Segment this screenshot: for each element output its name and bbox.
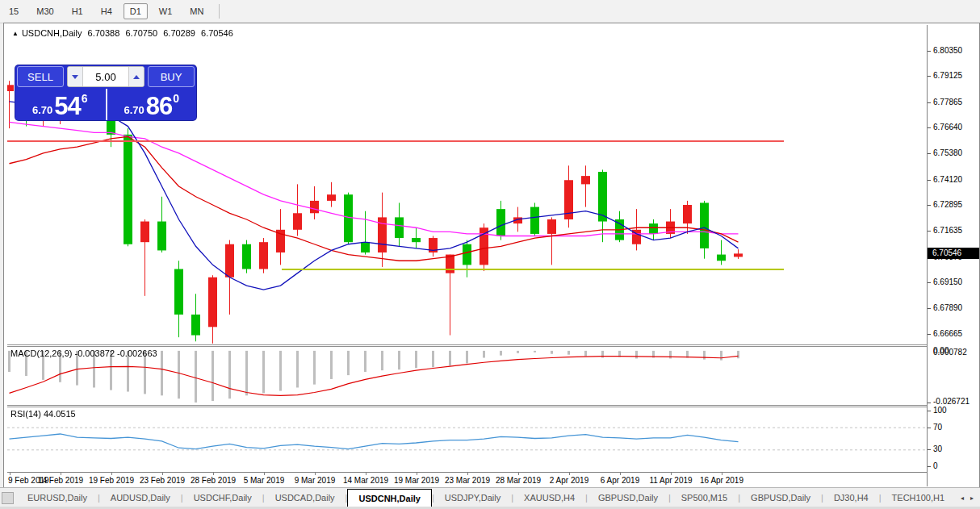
date-tick-mark (111, 473, 112, 475)
date-tick-label: 16 Apr 2019 (700, 476, 743, 486)
date-tick-label: 2 Apr 2019 (550, 476, 588, 486)
date-tick-mark (366, 473, 366, 475)
bid-price-big: 54 (54, 94, 80, 118)
chart-symbol-label: USDCNH,Daily (22, 28, 82, 38)
tab-scroll-arrows: ◂ ▸ (961, 488, 980, 507)
ohlc-open: 6.70388 (88, 28, 120, 38)
price-tick-label: 6.67890 (933, 303, 962, 313)
date-axis: 9 Feb 201914 Feb 201919 Feb 201923 Feb 2… (7, 472, 927, 487)
collapse-triangle-icon[interactable]: ▲ (12, 30, 19, 37)
tab-EURUSD-Daily[interactable]: EURUSD,Daily (17, 488, 98, 507)
timeframe-button-MN[interactable]: MN (183, 3, 210, 19)
price-tick-label: 6.77865 (933, 98, 962, 107)
axis-tick-mark (928, 411, 931, 411)
tab-AUDUSD-Daily[interactable]: AUDUSD,Daily (100, 488, 181, 507)
volume-increase-button[interactable] (128, 67, 144, 86)
date-tick-mark (61, 473, 61, 475)
date-tick-label: 19 Feb 2019 (89, 476, 134, 486)
tab-GBPUSD-Daily[interactable]: GBPUSD,Daily (740, 488, 821, 507)
tab-TECH100-H1[interactable]: TECH100,H1 (882, 488, 955, 507)
tabbar-corner-button[interactable] (2, 492, 14, 504)
date-tick-mark (569, 473, 570, 475)
axis-tick-mark (928, 282, 931, 283)
price-tick-label: 6.76640 (933, 123, 962, 132)
tab-scroll-right-icon[interactable]: ▸ (970, 494, 974, 502)
ask-price-big: 86 (146, 94, 172, 118)
axis-tick-mark (928, 76, 931, 77)
axis-tick-mark (928, 51, 931, 52)
ask-price-sup: 0 (173, 92, 179, 105)
tab-scroll-left-icon[interactable]: ◂ (961, 494, 964, 502)
date-tick-label: 14 Mar 2019 (343, 476, 388, 486)
axis-tick-mark (928, 127, 931, 128)
chart-title: ▲USDCNH,Daily 6.70388 6.70750 6.70289 6.… (12, 28, 237, 38)
buy-button[interactable]: BUY (148, 66, 195, 87)
rsi-tick-label: 100 (933, 406, 947, 415)
macd-max-label: 0.000782 (933, 348, 967, 357)
axis-tick-mark (928, 466, 931, 467)
date-tick-mark (671, 473, 672, 475)
date-tick-label: 11 Apr 2019 (649, 476, 692, 486)
volume-decrease-button[interactable] (68, 67, 83, 86)
timeframe-button-D1[interactable]: D1 (124, 3, 148, 19)
timeframe-button-15[interactable]: 15 (2, 3, 25, 19)
price-tick-label: 6.69150 (933, 277, 962, 287)
date-tick-mark (264, 473, 265, 475)
date-tick-mark (518, 473, 519, 475)
rsi-tick-label: 30 (933, 444, 942, 454)
price-tick-label: 6.75380 (933, 148, 962, 158)
timeframe-button-H1[interactable]: H1 (65, 3, 90, 19)
axis-tick-mark (928, 334, 931, 335)
rsi-tick-label: 0 (933, 461, 938, 471)
date-tick-mark (162, 473, 163, 475)
price-tick-label: 6.80350 (933, 46, 962, 56)
tab-USDJPY-Daily[interactable]: USDJPY,Daily (434, 488, 512, 507)
date-tick-mark (722, 473, 722, 475)
timeframe-button-H4[interactable]: H4 (94, 3, 119, 19)
timeframe-toolbar: 15M30H1H4D1W1MN (0, 0, 980, 23)
axis-tick-mark (928, 205, 931, 206)
bid-price-box[interactable]: 6.70 54 6 (15, 89, 105, 120)
tab-GBPUSD-Daily[interactable]: GBPUSD,Daily (588, 488, 668, 507)
volume-spinner: 5.00 (67, 66, 144, 87)
tab-USDCHF-Daily[interactable]: USDCHF,Daily (183, 488, 262, 507)
axis-tick-mark (928, 180, 931, 181)
sell-button[interactable]: SELL (17, 66, 64, 87)
rsi-indicator-pane[interactable]: RSI(14) 44.0515 (7, 407, 927, 470)
price-tick-label: 6.72895 (933, 200, 962, 210)
date-tick-label: 23 Mar 2019 (445, 476, 490, 486)
axis-tick-mark (928, 231, 931, 232)
macd-indicator-pane[interactable]: MACD(12,26,9) -0.003872 -0.002663 (7, 347, 927, 405)
rsi-label: RSI(14) 44.0515 (10, 409, 76, 419)
price-chart-pane[interactable]: ▲USDCNH,Daily 6.70388 6.70750 6.70289 6.… (7, 25, 927, 344)
one-click-trade-panel: SELL 5.00 BUY 6.70 54 6 6.70 86 0 (15, 65, 196, 120)
date-tick-label: 19 Mar 2019 (394, 476, 439, 486)
axis-tick-mark (928, 428, 931, 428)
tab-DJ30-H4[interactable]: DJ30,H4 (823, 488, 879, 507)
date-tick-label: 14 Feb 2019 (38, 476, 83, 486)
price-tick-label: 6.71635 (933, 226, 962, 236)
date-tick-mark (467, 473, 468, 475)
toolbar-separator (219, 4, 220, 19)
timeframe-button-W1[interactable]: W1 (153, 3, 179, 19)
date-tick-mark (10, 473, 10, 475)
ohlc-high: 6.70750 (125, 28, 157, 38)
ask-price-box[interactable]: 6.70 86 0 (106, 89, 197, 120)
date-tick-label: 28 Feb 2019 (191, 476, 236, 486)
volume-input[interactable]: 5.00 (83, 71, 128, 83)
macd-label: MACD(12,26,9) -0.003872 -0.002663 (10, 348, 157, 358)
tab-XAUUSD-H4[interactable]: XAUUSD,H4 (513, 488, 585, 507)
axis-tick-mark (928, 449, 931, 450)
chart-tab-bar: EURUSD,Daily|AUDUSD,Daily|USDCHF,Daily|U… (0, 487, 980, 507)
rsi-tick-label: 70 (933, 423, 942, 432)
axis-tick-mark (928, 153, 931, 154)
price-tick-label: 6.79125 (933, 71, 962, 81)
tab-SP500-M15[interactable]: SP500,M15 (671, 488, 738, 507)
ohlc-close: 6.70546 (201, 28, 233, 38)
rsi-canvas[interactable] (7, 407, 927, 470)
tab-USDCNH-Daily[interactable]: USDCNH,Daily (347, 489, 431, 507)
tab-USDCAD-Daily[interactable]: USDCAD,Daily (265, 488, 346, 507)
date-tick-mark (620, 473, 621, 475)
timeframe-button-M30[interactable]: M30 (30, 3, 60, 19)
chart-window: ▲USDCNH,Daily 6.70388 6.70750 6.70289 6.… (3, 23, 980, 489)
